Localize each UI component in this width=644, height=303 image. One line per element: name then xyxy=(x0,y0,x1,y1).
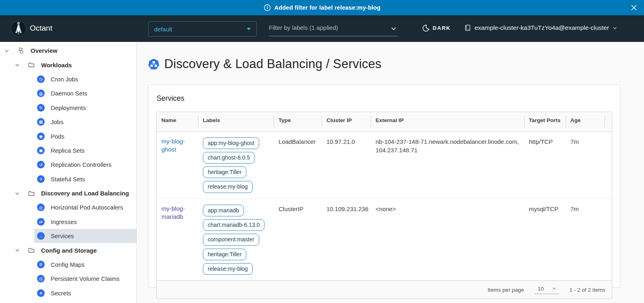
sidebar-item-config-and-storage[interactable]: Config and Storage xyxy=(0,243,136,257)
hpa-icon: ◎ xyxy=(37,203,45,211)
chevron-down-icon[interactable] xyxy=(14,191,20,196)
sidebar-item-label: Jobs xyxy=(51,118,64,125)
sidebar-item-replication-controllers[interactable]: ↺ Replication Controllers xyxy=(0,158,136,172)
column-header-spacer xyxy=(605,112,612,131)
label-chip[interactable]: heritage:Tiller xyxy=(203,249,246,260)
cell-type: LoadBalancer xyxy=(274,131,322,199)
label-chip[interactable]: chart:ghost-8.0.5 xyxy=(203,152,255,164)
table-header-row: Name Labels Type Cluster IP External IP … xyxy=(157,112,612,131)
sidebar-item-replica-sets[interactable]: ▣ Replica Sets xyxy=(0,143,136,158)
sidebar-item-label: Replica Sets xyxy=(51,147,85,154)
sidebar-item-label: Discovery and Load Balancing xyxy=(41,190,129,197)
sidebar-item-services[interactable]: ∴ Services xyxy=(0,229,136,243)
sidebar-item-label: Services xyxy=(51,232,74,239)
label-chip[interactable]: app:mariadb xyxy=(203,205,244,216)
folder-icon xyxy=(27,247,35,254)
sidebar-item-label: Secrets xyxy=(51,290,71,297)
sidebar-nav: Overview Workloads ◷ Cron Jobs ◍ Daemon … xyxy=(0,42,137,303)
cluster-icon xyxy=(464,24,471,31)
sidebar-item-label: Deployments xyxy=(51,104,86,111)
theme-toggle-button[interactable]: DARK xyxy=(422,24,451,32)
sidebar-item-label: Pods xyxy=(51,133,64,140)
sidebar-item-label: Horizontal Pod Autoscalers xyxy=(51,204,123,211)
column-header-labels: Labels xyxy=(198,112,274,131)
sidebar-item-discovery-load-balancing[interactable]: Discovery and Load Balancing xyxy=(0,186,136,200)
sidebar-item-daemon-sets[interactable]: ◍ Daemon Sets xyxy=(0,86,136,100)
pvc-icon: ⊟ xyxy=(37,275,45,282)
table-row: my-blog-ghost app:my-blog-ghost chart:gh… xyxy=(157,131,612,199)
daemonset-icon: ◍ xyxy=(37,89,45,97)
cell-external-ip: <none> xyxy=(371,199,524,280)
label-chip[interactable]: heritage:Tiller xyxy=(203,166,246,178)
sidebar-item-label: Workloads xyxy=(41,62,72,68)
notification-message: Added filter for label release:my-blog xyxy=(275,4,381,11)
column-header-external-ip: External IP xyxy=(371,112,524,131)
pagination-range: 1 - 2 of 2 items xyxy=(570,287,605,293)
chevron-down-icon[interactable] xyxy=(14,247,20,253)
column-header-target-ports: Target Ports xyxy=(524,112,566,131)
sidebar-item-overview[interactable]: Overview xyxy=(0,44,136,58)
sidebar-item-stateful-sets[interactable]: ≡ Stateful Sets xyxy=(0,172,136,186)
label-chip[interactable]: release:my-blog xyxy=(203,181,253,193)
sidebar-item-deployments[interactable]: ↻ Deployments xyxy=(0,101,136,115)
sidebar-item-workloads[interactable]: Workloads xyxy=(0,58,136,72)
label-filter-dropdown[interactable]: Filter by labels (1 applied) xyxy=(269,24,398,36)
sidebar-item-persistent-volume-claims[interactable]: ⊟ Persistent Volume Claims xyxy=(0,272,136,286)
items-per-page-select[interactable]: 10 xyxy=(535,286,559,294)
pod-icon: ◉ xyxy=(37,133,45,140)
sidebar-item-ingresses[interactable]: ⇄ Ingresses xyxy=(0,215,136,229)
label-chip[interactable]: component:master xyxy=(203,234,259,245)
sidebar-item-label: Config and Storage xyxy=(41,247,97,254)
service-icon: ∴ xyxy=(37,232,45,240)
cell-external-ip: nb-104-237-148-71.newark.nodebalancer.li… xyxy=(371,131,524,199)
notification-bar: Added filter for label release:my-blog xyxy=(0,0,644,15)
octant-app: Added filter for label release:my-blog O… xyxy=(0,0,644,303)
job-icon: ▦ xyxy=(37,118,45,126)
label-chip[interactable]: release:my-blog xyxy=(203,263,253,275)
replication-controller-icon: ↺ xyxy=(37,161,45,168)
sidebar-item-jobs[interactable]: ▦ Jobs xyxy=(0,115,136,129)
sidebar-item-label: Persistent Volume Claims xyxy=(51,275,120,282)
label-chip[interactable]: app:my-blog-ghost xyxy=(203,137,259,149)
namespace-selector[interactable]: default xyxy=(148,21,257,37)
sidebar-item-cron-jobs[interactable]: ◷ Cron Jobs xyxy=(0,72,136,86)
sidebar-item-pods[interactable]: ◉ Pods xyxy=(0,129,136,143)
sidebar-item-label: Config Maps xyxy=(51,261,85,268)
services-card: Services Name Labels Type Cluster IP Ext… xyxy=(148,85,620,288)
table-footer: Items per page 10 1 - 2 of 2 items xyxy=(157,280,612,299)
secret-icon: ∗ xyxy=(37,289,45,297)
cronjob-icon: ◷ xyxy=(37,75,45,83)
chevron-down-icon xyxy=(390,25,397,32)
close-icon[interactable] xyxy=(630,4,638,11)
app-header: Octant default Filter by labels (1 appli… xyxy=(0,15,644,42)
cell-cluster-ip: 10.109.231.236 xyxy=(322,199,371,280)
statefulset-icon: ≡ xyxy=(37,175,45,183)
replicaset-icon: ▣ xyxy=(37,147,45,154)
chevron-down-icon xyxy=(613,26,617,30)
sidebar-item-secrets[interactable]: ∗ Secrets xyxy=(0,286,136,300)
sidebar-item-label: Replication Controllers xyxy=(51,161,111,168)
column-header-type: Type xyxy=(274,112,322,131)
sidebar-item-config-maps[interactable]: ≣ Config Maps xyxy=(0,257,136,272)
services-table: Name Labels Type Cluster IP External IP … xyxy=(156,112,612,299)
cell-age: 7m xyxy=(566,131,605,199)
chevron-down-icon[interactable] xyxy=(14,62,20,68)
chevron-down-icon[interactable] xyxy=(4,48,10,54)
cell-cluster-ip: 10.97.21.0 xyxy=(322,131,371,199)
deployment-icon: ↻ xyxy=(37,104,45,112)
context-selector[interactable]: example-cluster-ka3TuTzYo4a@example-clus… xyxy=(464,24,617,31)
ingress-icon: ⇄ xyxy=(37,218,45,226)
octant-logo-icon xyxy=(10,21,27,37)
service-link[interactable]: my-blog-ghost xyxy=(161,137,193,154)
service-link[interactable]: my-blog-mariadb xyxy=(161,205,193,221)
cell-age: 7m xyxy=(566,199,605,280)
column-header-name: Name xyxy=(157,112,198,131)
moon-icon xyxy=(422,24,429,32)
sidebar-item-horizontal-pod-autoscalers[interactable]: ◎ Horizontal Pod Autoscalers xyxy=(0,200,136,214)
card-title: Services xyxy=(157,94,612,103)
info-icon xyxy=(264,4,271,11)
sidebar-item-label: Daemon Sets xyxy=(51,90,87,97)
objects-icon xyxy=(17,47,25,54)
sidebar-item-label: Overview xyxy=(31,47,58,54)
label-chip[interactable]: chart:mariadb-6.13.0 xyxy=(203,219,264,231)
